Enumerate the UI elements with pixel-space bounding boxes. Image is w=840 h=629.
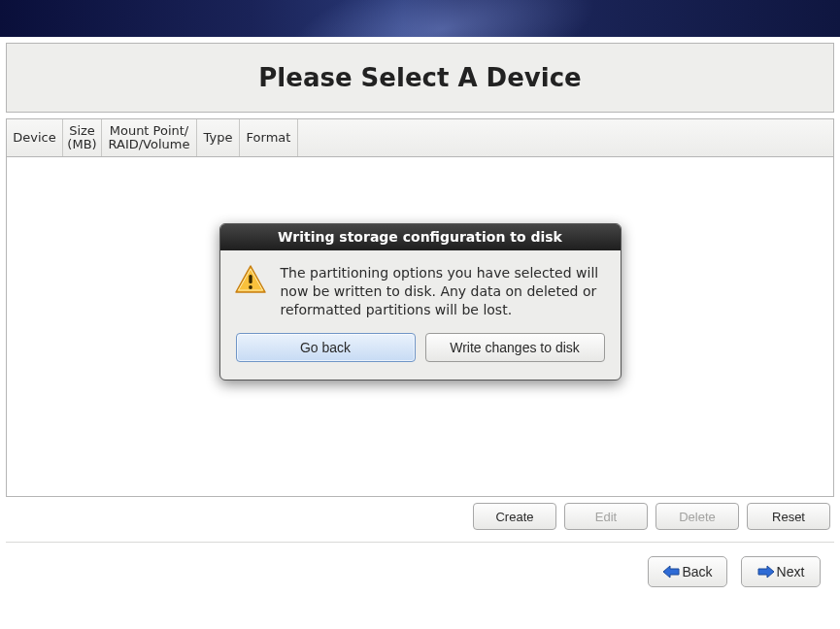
col-device-label: Device	[13, 131, 55, 145]
arrow-left-icon	[662, 565, 680, 579]
device-table-body: Writing storage configuration to disk Th…	[6, 157, 834, 497]
dialog-message: The partitioning options you have select…	[281, 264, 605, 319]
bottom-nav: Back Next	[6, 542, 834, 587]
device-table-header: Device Size (MB) Mount Point/ RAID/Volum…	[6, 118, 834, 157]
warning-icon	[234, 264, 267, 295]
create-button[interactable]: Create	[473, 503, 556, 530]
back-button[interactable]: Back	[648, 556, 727, 587]
go-back-label: Go back	[300, 340, 351, 355]
svg-point-1	[249, 285, 252, 289]
dialog-title: Writing storage configuration to disk	[220, 224, 621, 250]
delete-button: Delete	[655, 503, 739, 530]
dialog-body: The partitioning options you have select…	[220, 250, 621, 327]
arrow-right-icon	[757, 565, 775, 579]
reset-label: Reset	[772, 510, 805, 524]
col-mount-label: Mount Point/ RAID/Volume	[109, 124, 190, 152]
create-label: Create	[495, 510, 533, 524]
main-area: Please Select A Device Device Size (MB) …	[0, 37, 840, 587]
write-changes-button[interactable]: Write changes to disk	[425, 333, 605, 362]
next-label: Next	[777, 564, 805, 579]
col-format[interactable]: Format	[240, 119, 298, 156]
col-type[interactable]: Type	[197, 119, 240, 156]
col-mount[interactable]: Mount Point/ RAID/Volume	[102, 119, 197, 156]
edit-label: Edit	[595, 510, 617, 524]
col-format-label: Format	[247, 131, 291, 145]
svg-rect-0	[249, 275, 252, 283]
title-panel: Please Select A Device	[6, 43, 834, 113]
page-title: Please Select A Device	[7, 63, 833, 92]
back-label: Back	[682, 564, 712, 579]
write-changes-label: Write changes to disk	[450, 340, 580, 355]
col-size-label: Size (MB)	[67, 124, 96, 152]
col-type-label: Type	[204, 131, 233, 145]
dialog-actions: Go back Write changes to disk	[220, 327, 621, 380]
reset-button[interactable]: Reset	[747, 503, 830, 530]
action-row: Create Edit Delete Reset	[6, 503, 834, 530]
col-device[interactable]: Device	[7, 119, 63, 156]
delete-label: Delete	[679, 510, 716, 524]
col-size[interactable]: Size (MB)	[63, 119, 102, 156]
col-spacer	[298, 119, 833, 156]
next-button[interactable]: Next	[741, 556, 821, 587]
go-back-button[interactable]: Go back	[236, 333, 416, 362]
confirm-dialog: Writing storage configuration to disk Th…	[219, 223, 622, 381]
edit-button: Edit	[564, 503, 648, 530]
top-banner	[0, 0, 840, 37]
